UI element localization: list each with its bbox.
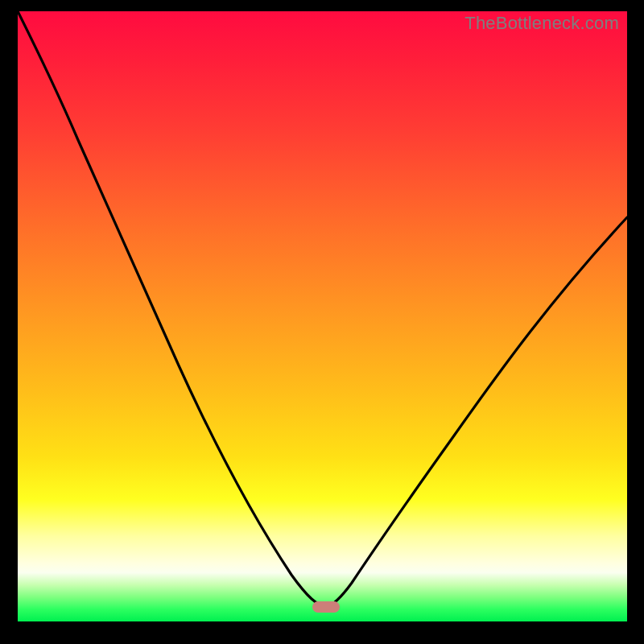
- chart-frame: TheBottleneck.com: [0, 0, 644, 644]
- watermark-text: TheBottleneck.com: [464, 13, 619, 34]
- minimum-marker: [312, 601, 340, 613]
- curve-path: [18, 11, 627, 607]
- plot-area: TheBottleneck.com: [18, 11, 627, 621]
- bottleneck-curve: [18, 11, 627, 621]
